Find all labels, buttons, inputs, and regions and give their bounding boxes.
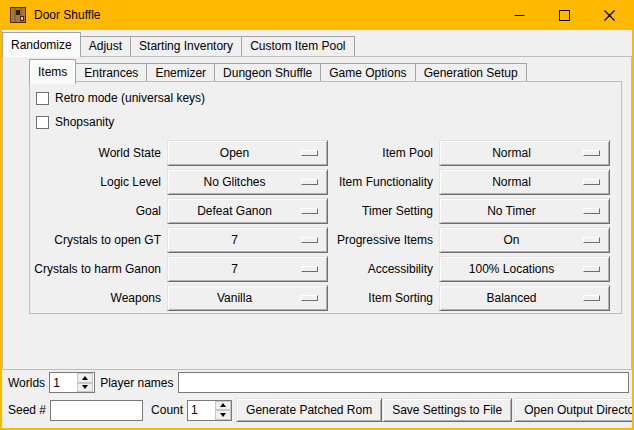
arrow-down-icon: [82, 385, 88, 389]
player-names-label: Player names: [100, 376, 173, 390]
player-names-input[interactable]: [178, 372, 630, 393]
tab-items[interactable]: Items: [29, 59, 76, 84]
crystals-ganon-dropdown[interactable]: 7: [167, 256, 328, 282]
minimize-icon: [514, 10, 525, 21]
goal-dropdown[interactable]: Defeat Ganon: [167, 198, 328, 224]
seed-label: Seed #: [8, 403, 46, 417]
option-row: Crystals to open GT 7 Progressive Items …: [30, 225, 621, 254]
world-state-dropdown[interactable]: Open: [167, 140, 328, 166]
option-row: Logic Level No Glitches Item Functionali…: [30, 167, 621, 196]
worlds-spin-buttons: [77, 373, 93, 392]
item-sorting-value: Balanced: [440, 291, 583, 305]
dropdown-indicator-icon: [583, 208, 600, 214]
count-label: Count: [151, 403, 183, 417]
item-pool-dropdown[interactable]: Normal: [439, 140, 610, 166]
outer-tab-bar: Randomize Adjust Starting Inventory Cust…: [2, 32, 354, 57]
dropdown-indicator-icon: [301, 237, 318, 243]
randomize-panel: Items Entrances Enemizer Dungeon Shuffle…: [2, 56, 632, 370]
dropdown-indicator-icon: [583, 179, 600, 185]
count-input[interactable]: [188, 401, 215, 420]
timer-setting-value: No Timer: [440, 204, 583, 218]
crystals-gt-value: 7: [168, 233, 301, 247]
open-output-directory-button[interactable]: Open Output Directory: [514, 398, 634, 422]
arrow-up-icon: [220, 403, 226, 407]
maximize-button[interactable]: [542, 0, 587, 30]
worlds-spinbox[interactable]: [49, 372, 95, 393]
crystals-gt-label: Crystals to open GT: [30, 233, 167, 247]
seed-input[interactable]: [50, 400, 143, 421]
seed-row: Seed # Count Generate Patched Rom Save S…: [2, 398, 632, 422]
item-pool-value: Normal: [440, 146, 583, 160]
item-functionality-dropdown[interactable]: Normal: [439, 169, 610, 195]
weapons-label: Weapons: [30, 291, 167, 305]
accessibility-dropdown[interactable]: 100% Locations: [439, 256, 610, 282]
option-row: Crystals to harm Ganon 7 Accessibility 1…: [30, 254, 621, 283]
window-title: Door Shuffle: [34, 8, 101, 22]
spin-up-button[interactable]: [77, 373, 93, 383]
progressive-items-value: On: [440, 233, 583, 247]
item-pool-label: Item Pool: [328, 146, 439, 160]
retro-mode-label: Retro mode (universal keys): [55, 91, 205, 105]
logic-level-label: Logic Level: [30, 175, 167, 189]
accessibility-value: 100% Locations: [440, 262, 583, 276]
tab-randomize[interactable]: Randomize: [2, 32, 81, 57]
option-row: World State Open Item Pool Normal: [30, 138, 621, 167]
tab-custom-item-pool[interactable]: Custom Item Pool: [241, 36, 354, 57]
items-panel: Retro mode (universal keys) Shopsanity W…: [29, 81, 622, 314]
spin-down-button[interactable]: [215, 410, 231, 420]
minimize-button[interactable]: [497, 0, 542, 30]
count-spin-buttons: [215, 401, 231, 420]
generate-patched-rom-button[interactable]: Generate Patched Rom: [236, 398, 382, 422]
dropdown-indicator-icon: [583, 150, 600, 156]
world-state-value: Open: [168, 146, 301, 160]
dropdown-indicator-icon: [583, 237, 600, 243]
retro-mode-checkbox[interactable]: [36, 92, 49, 105]
tab-adjust[interactable]: Adjust: [80, 36, 131, 57]
close-button[interactable]: [587, 0, 632, 30]
crystals-ganon-label: Crystals to harm Ganon: [30, 262, 167, 276]
maximize-icon: [559, 10, 570, 21]
dropdown-indicator-icon: [301, 179, 318, 185]
spin-down-button[interactable]: [77, 383, 93, 393]
shopsanity-checkbox[interactable]: [36, 116, 49, 129]
arrow-down-icon: [220, 413, 226, 417]
timer-setting-label: Timer Setting: [328, 204, 439, 218]
weapons-dropdown[interactable]: Vanilla: [167, 285, 328, 311]
dropdown-indicator-icon: [583, 295, 600, 301]
shopsanity-label: Shopsanity: [55, 115, 114, 129]
world-state-label: World State: [30, 146, 167, 160]
close-icon: [604, 10, 615, 21]
worlds-input[interactable]: [50, 373, 77, 392]
dropdown-indicator-icon: [301, 150, 318, 156]
arrow-up-icon: [82, 376, 88, 380]
crystals-ganon-value: 7: [168, 262, 301, 276]
logic-level-dropdown[interactable]: No Glitches: [167, 169, 328, 195]
door-icon: [10, 7, 26, 23]
save-settings-button[interactable]: Save Settings to File: [382, 398, 512, 422]
goal-label: Goal: [30, 204, 167, 218]
timer-setting-dropdown[interactable]: No Timer: [439, 198, 610, 224]
item-functionality-value: Normal: [440, 175, 583, 189]
bottom-bar: Worlds Player names Seed # Count: [2, 372, 632, 422]
options-grid: World State Open Item Pool Normal Logic …: [30, 138, 621, 312]
titlebar: Door Shuffle: [2, 0, 632, 30]
spin-up-button[interactable]: [215, 401, 231, 411]
app-window: Door Shuffle Randomize Adjust Starting I…: [0, 0, 634, 430]
count-spinbox[interactable]: [187, 400, 232, 421]
option-row: Goal Defeat Ganon Timer Setting No Timer: [30, 196, 621, 225]
logic-level-value: No Glitches: [168, 175, 301, 189]
dropdown-indicator-icon: [301, 295, 318, 301]
tab-starting-inventory[interactable]: Starting Inventory: [130, 36, 242, 57]
option-row: Weapons Vanilla Item Sorting Balanced: [30, 283, 621, 312]
worlds-row: Worlds Player names: [2, 372, 632, 393]
window-body: Randomize Adjust Starting Inventory Cust…: [2, 30, 632, 428]
dropdown-indicator-icon: [301, 266, 318, 272]
retro-mode-option: Retro mode (universal keys): [36, 86, 621, 110]
goal-value: Defeat Ganon: [168, 204, 301, 218]
crystals-gt-dropdown[interactable]: 7: [167, 227, 328, 253]
item-sorting-label: Item Sorting: [328, 291, 439, 305]
worlds-label: Worlds: [8, 376, 45, 390]
progressive-items-dropdown[interactable]: On: [439, 227, 610, 253]
item-sorting-dropdown[interactable]: Balanced: [439, 285, 610, 311]
window-controls: [497, 0, 632, 30]
